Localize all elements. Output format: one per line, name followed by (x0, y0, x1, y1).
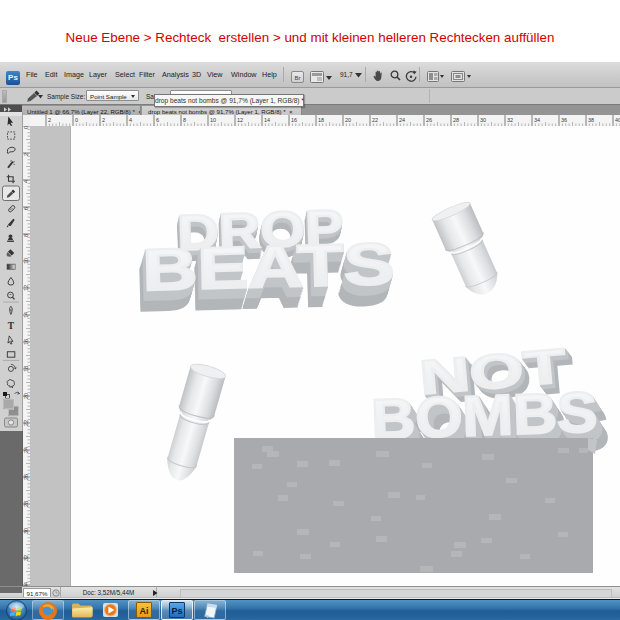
svg-text:6: 6 (156, 117, 159, 123)
svg-text:12: 12 (237, 117, 243, 123)
svg-text:8: 8 (183, 117, 186, 123)
svg-text:36: 36 (561, 117, 567, 123)
svg-text:30: 30 (23, 528, 29, 534)
svg-text:40: 40 (615, 117, 620, 123)
svg-text:38: 38 (588, 117, 594, 123)
svg-text:26: 26 (23, 474, 29, 480)
svg-text:16: 16 (23, 339, 29, 345)
svg-text:2: 2 (23, 153, 29, 156)
svg-text:32: 32 (507, 117, 513, 123)
svg-text:T: T (8, 321, 15, 331)
svg-text:22: 22 (372, 117, 378, 123)
svg-text:10: 10 (210, 117, 216, 123)
svg-text:16: 16 (291, 117, 297, 123)
svg-text:14: 14 (23, 312, 29, 318)
svg-text:14: 14 (264, 117, 270, 123)
svg-text:0: 0 (23, 126, 29, 129)
svg-text:22: 22 (23, 420, 29, 426)
svg-text:6: 6 (23, 207, 29, 210)
svg-text:0: 0 (75, 117, 78, 123)
svg-text:28: 28 (453, 117, 459, 123)
svg-text:32: 32 (23, 555, 29, 561)
svg-text:18: 18 (318, 117, 324, 123)
svg-text:26: 26 (426, 117, 432, 123)
svg-text:BEATS: BEATS (142, 231, 396, 304)
svg-text:24: 24 (23, 447, 29, 453)
svg-text:2: 2 (102, 117, 105, 123)
svg-text:2: 2 (48, 117, 51, 123)
svg-text:4: 4 (23, 180, 29, 183)
svg-text:8: 8 (23, 234, 29, 237)
svg-text:30: 30 (480, 117, 486, 123)
svg-text:20: 20 (345, 117, 351, 123)
svg-text:10: 10 (23, 258, 29, 264)
svg-text:34: 34 (534, 117, 540, 123)
svg-text:20: 20 (23, 393, 29, 399)
svg-text:18: 18 (23, 366, 29, 372)
svg-text:28: 28 (23, 501, 29, 507)
svg-text:4: 4 (129, 117, 132, 123)
svg-text:24: 24 (399, 117, 405, 123)
svg-text:12: 12 (23, 285, 29, 291)
